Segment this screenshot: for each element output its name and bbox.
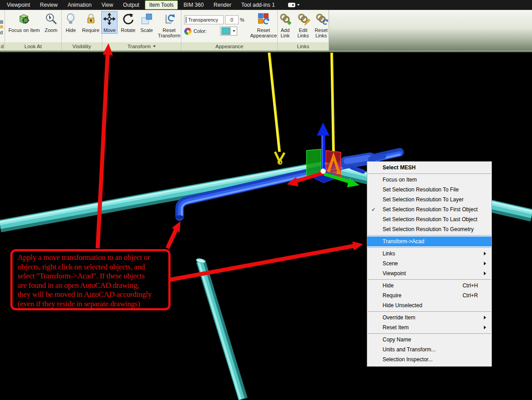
menu-item-set-resolution-first-object[interactable]: ✓Set Selection Resolution To First Objec… <box>367 205 491 214</box>
zoom-label: Zoom <box>45 27 57 33</box>
transparency-slider[interactable]: Transparency <box>184 15 224 24</box>
reset-links-icon <box>315 12 328 26</box>
menu-item-copy-name[interactable]: Copy Name <box>367 335 491 345</box>
menu-item-hide[interactable]: HideCtrl+H <box>367 281 491 291</box>
menu-item-label: Focus on Item <box>383 177 417 183</box>
menu-item-label: Viewpoint <box>383 270 406 277</box>
rotate-button[interactable]: Rotate <box>119 11 136 34</box>
panel-dropdown-icon <box>153 45 156 47</box>
appearance-label-text: Appearance <box>215 43 243 50</box>
context-menu: Select MESH Focus on Item Set Selection … <box>367 161 492 367</box>
menu-item-scene[interactable]: Scene <box>367 259 491 268</box>
links-label-text: Links <box>297 43 309 50</box>
cutoff-button-label: d <box>0 30 3 35</box>
menu-item-focus-on-item[interactable]: Focus on Item <box>367 175 491 185</box>
scale-label: Scale <box>140 27 153 33</box>
tab-animation[interactable]: Animation <box>63 0 95 9</box>
visibility-panel-label: Visibility <box>62 42 102 50</box>
menu-item-label: Units and Transform... <box>383 346 436 353</box>
color-swatch-dropdown[interactable] <box>220 27 237 36</box>
zoom-icon <box>44 12 58 26</box>
reset-transform-icon <box>162 12 176 26</box>
require-label: Require <box>82 27 99 33</box>
color-wheel-icon <box>184 27 192 35</box>
percent-label: % <box>240 17 244 23</box>
move-label: Move <box>104 27 116 33</box>
render-gallery-dropdown[interactable] <box>288 3 300 7</box>
menu-item-label: Set Selection Resolution To File <box>383 186 459 193</box>
reset-links-button[interactable]: Reset Links <box>313 11 329 39</box>
hide-label: Hide <box>66 27 76 33</box>
color-label: Color: <box>194 28 207 34</box>
ribbon: d d <box>0 10 532 50</box>
menu-item-label: Hide Unselected <box>383 302 422 309</box>
menu-item-set-resolution-file[interactable]: Set Selection Resolution To File <box>367 185 491 195</box>
menu-item-require[interactable]: RequireCtrl+R <box>367 291 491 300</box>
menu-item-hide-unselected[interactable]: Hide Unselected <box>367 300 491 310</box>
panel-cutoff: d d <box>0 10 5 50</box>
cutoff-icon-2 <box>0 25 3 28</box>
menu-separator <box>368 333 491 334</box>
cutoff-panel-label: d <box>0 42 5 50</box>
menu-item-label: Scene <box>383 260 398 267</box>
move-button[interactable]: Move <box>101 11 117 34</box>
menu-item-label: Set Selection Resolution To Last Object <box>383 216 478 223</box>
ribbon-tab-bar: Viewpoint Review Animation View Output I… <box>0 0 532 10</box>
menu-item-links[interactable]: Links <box>367 249 491 259</box>
scale-button[interactable]: Scale <box>139 11 155 34</box>
annotation-line: (even if they reside in separate drawing… <box>18 300 168 309</box>
tab-view[interactable]: View <box>98 0 117 9</box>
menu-item-override-item[interactable]: Override Item <box>367 313 491 323</box>
edit-links-button[interactable]: Edit Links <box>295 11 311 39</box>
move-icon <box>103 12 116 26</box>
submenu-arrow-icon <box>484 316 486 319</box>
tab-bim-360[interactable]: BIM 360 <box>180 0 208 9</box>
transparency-value-field[interactable]: 0 <box>225 15 239 24</box>
submenu-arrow-icon <box>484 326 486 329</box>
menu-item-set-resolution-layer[interactable]: Set Selection Resolution To Layer <box>367 195 491 205</box>
focus-on-item-button[interactable]: Focus on Item <box>7 11 41 34</box>
require-button[interactable]: Require <box>81 11 101 34</box>
transparency-slider-thumb[interactable] <box>185 17 187 23</box>
zoom-button[interactable]: Zoom <box>43 11 59 34</box>
hide-bulb-icon <box>64 12 77 26</box>
menu-item-set-resolution-last-object[interactable]: Set Selection Resolution To Last Object <box>367 214 491 224</box>
menu-item-viewpoint[interactable]: Viewpoint <box>367 268 491 278</box>
menu-item-selection-inspector[interactable]: Selection Inspector... <box>367 355 491 364</box>
menu-separator <box>368 311 491 312</box>
annotation-callout: Apply a move transformation to an object… <box>10 249 171 310</box>
menu-item-label: Hide <box>383 282 394 289</box>
menu-item-label: Set Selection Resolution To Geometry <box>383 226 474 232</box>
reset-transform-button[interactable]: Reset Transform <box>157 11 182 39</box>
reset-transform-label: Reset Transform <box>158 27 180 38</box>
tab-tool-add-ins[interactable]: Tool add-ins 1 <box>237 0 279 9</box>
tab-viewpoint[interactable]: Viewpoint <box>3 0 34 9</box>
menu-item-set-resolution-geometry[interactable]: Set Selection Resolution To Geometry <box>367 224 491 234</box>
tab-item-tools[interactable]: Item Tools <box>145 0 177 9</box>
annotation-line: are found in an open AutoCAD drawing, <box>18 281 168 291</box>
chevron-down-icon <box>297 4 300 6</box>
submenu-arrow-icon <box>484 252 486 255</box>
panel-look-at: Focus on Item Zoom Look At <box>5 10 62 50</box>
hide-button[interactable]: Hide <box>63 11 79 34</box>
transform-panel-label[interactable]: Transform <box>102 42 181 50</box>
menu-shortcut: Ctrl+R <box>463 291 478 300</box>
rotate-icon <box>122 12 135 26</box>
appearance-panel-label: Appearance <box>181 42 277 50</box>
tab-review[interactable]: Review <box>36 0 62 9</box>
rotate-label: Rotate <box>121 27 135 33</box>
tab-output[interactable]: Output <box>119 0 143 9</box>
focus-on-item-label: Focus on Item <box>9 27 40 33</box>
add-link-button[interactable]: Add Link <box>277 11 293 39</box>
menu-item-reset-item[interactable]: Reset Item <box>367 323 491 332</box>
menu-item-label: Require <box>383 292 401 299</box>
menu-separator <box>368 247 491 248</box>
tab-render[interactable]: Render <box>210 0 235 9</box>
reset-appearance-button[interactable]: Reset Appearance <box>249 11 278 39</box>
menu-item-transform-acad[interactable]: Transform->Acad <box>367 236 491 246</box>
annotation-line: objects, right click on selected objects… <box>18 263 168 272</box>
color-swatch <box>221 27 230 35</box>
panel-visibility: Hide Require Visibility <box>62 10 102 50</box>
panel-links: Add Link Edit Links <box>278 10 329 50</box>
menu-item-units-and-transform[interactable]: Units and Transform... <box>367 345 491 355</box>
